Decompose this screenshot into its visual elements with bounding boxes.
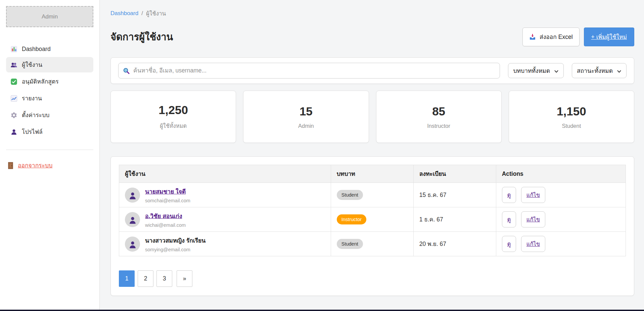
sidebar-item-course-approval[interactable]: อนุมัติหลักสูตร <box>6 74 93 89</box>
sidebar-divider <box>6 150 93 150</box>
role-badge: Student <box>337 190 363 200</box>
user-name-link[interactable]: อ.วิชัย สอนเก่ง <box>145 213 182 219</box>
inbox-tray-icon <box>529 34 536 40</box>
sidebar-item-label: รายงาน <box>22 94 42 103</box>
edit-button[interactable]: แก้ไข <box>521 236 545 252</box>
sidebar-nav: Dashboard ผู้ใช้งาน อนุมัติหลักสูตร รายง… <box>6 43 93 140</box>
view-button[interactable]: ดู <box>502 187 516 203</box>
stat-value: 1,250 <box>158 103 188 117</box>
status-filter-select[interactable]: สถานะทั้งหมด <box>572 63 627 78</box>
door-icon <box>7 162 14 169</box>
users-table: ผู้ใช้งาน บทบาท ลงทะเบียน Actions นา <box>119 165 626 256</box>
sidebar-item-label: โปรไฟล์ <box>22 127 43 137</box>
line-chart-icon <box>10 95 17 102</box>
search-icon <box>123 67 130 74</box>
page-button-next[interactable]: » <box>177 270 192 287</box>
registered-date: 15 ธ.ค. 67 <box>413 183 496 207</box>
chevron-down-icon <box>617 68 622 73</box>
breadcrumb-dashboard-link[interactable]: Dashboard <box>110 10 138 17</box>
logout-label: ออกจากระบบ <box>18 161 52 170</box>
table-row: อ.วิชัย สอนเก่ง wichai@email.com Instruc… <box>119 207 626 232</box>
user-email: wichai@email.com <box>145 222 186 228</box>
sidebar-item-dashboard[interactable]: Dashboard <box>6 43 93 56</box>
bar-chart-icon <box>10 46 17 53</box>
search-wrap <box>118 63 500 79</box>
sidebar-item-reports[interactable]: รายงาน <box>6 91 93 106</box>
stat-label: Student <box>562 123 581 129</box>
role-badge: Student <box>337 239 363 249</box>
person-icon <box>10 128 17 136</box>
stat-value: 15 <box>300 105 313 118</box>
view-button[interactable]: ดู <box>502 236 516 252</box>
column-header-actions: Actions <box>496 165 626 183</box>
stat-card-admin: 15 Admin <box>243 91 369 143</box>
breadcrumb-separator: / <box>141 10 143 17</box>
sidebar-item-label: ตั้งค่าระบบ <box>22 110 49 120</box>
user-name-link[interactable]: นายสมชาย ใจดี <box>145 188 186 195</box>
stat-value: 85 <box>432 105 445 118</box>
stat-card-total-users: 1,250 ผู้ใช้ทั้งหมด <box>110 91 236 143</box>
sidebar-item-label: ผู้ใช้งาน <box>22 60 42 69</box>
column-header-role: บทบาท <box>331 165 413 183</box>
user-cell: นางสาวสมหญิง รักเรียน somying@email.com <box>125 236 325 252</box>
check-icon <box>10 78 17 85</box>
registered-date: 1 ธ.ค. 67 <box>413 207 496 232</box>
stat-label: Admin <box>298 123 314 129</box>
user-email: somying@email.com <box>145 247 205 252</box>
table-header-row: ผู้ใช้งาน บทบาท ลงทะเบียน Actions <box>119 165 626 183</box>
stat-label: Instructor <box>427 123 450 129</box>
page-title: จัดการผู้ใช้งาน <box>110 29 173 45</box>
view-button[interactable]: ดู <box>502 211 516 227</box>
pagination: 1 2 3 » <box>119 270 626 287</box>
admin-logo-label: Admin <box>42 13 58 20</box>
page-button-2[interactable]: 2 <box>138 270 153 287</box>
stat-card-student: 1,150 Student <box>509 91 634 143</box>
search-input[interactable] <box>118 63 500 79</box>
user-email: somchai@email.com <box>145 198 190 203</box>
sidebar-item-settings[interactable]: ตั้งค่าระบบ <box>6 107 93 123</box>
page-button-1[interactable]: 1 <box>119 270 135 287</box>
main-content: Dashboard / ผู้ใช้งาน จัดการผู้ใช้งาน ส่… <box>100 0 644 310</box>
stat-label: ผู้ใช้ทั้งหมด <box>160 121 187 130</box>
filter-bar: บทบาททั้งหมด สถานะทั้งหมด <box>110 57 634 84</box>
stat-card-instructor: 85 Instructor <box>376 91 502 143</box>
page-header: จัดการผู้ใช้งาน ส่งออก Excel + เพิ่มผู้ใ… <box>110 28 634 46</box>
user-name: นางสาวสมหญิง รักเรียน <box>145 237 205 244</box>
avatar <box>125 188 140 203</box>
user-cell: อ.วิชัย สอนเก่ง wichai@email.com <box>125 211 325 228</box>
breadcrumb-current: ผู้ใช้งาน <box>146 9 166 18</box>
stats-row: 1,250 ผู้ใช้ทั้งหมด 15 Admin 85 Instruct… <box>110 91 634 143</box>
export-excel-label: ส่งออก Excel <box>540 32 573 42</box>
role-badge: Instructor <box>337 214 366 224</box>
role-filter-value: บทบาททั้งหมด <box>513 66 550 75</box>
add-user-label: + เพิ่มผู้ใช้ใหม่ <box>591 34 627 40</box>
add-user-button[interactable]: + เพิ่มผู้ใช้ใหม่ <box>584 28 634 46</box>
export-excel-button[interactable]: ส่งออก Excel <box>522 28 580 46</box>
registered-date: 20 พ.ย. 67 <box>413 232 496 256</box>
table-row: นางสาวสมหญิง รักเรียน somying@email.com … <box>119 232 626 256</box>
sidebar-item-users[interactable]: ผู้ใช้งาน <box>6 57 93 72</box>
avatar <box>125 237 140 252</box>
table-row: นายสมชาย ใจดี somchai@email.com Student … <box>119 183 626 207</box>
edit-button[interactable]: แก้ไข <box>521 187 545 203</box>
sidebar-item-profile[interactable]: โปรไฟล์ <box>6 124 93 140</box>
users-icon <box>10 61 17 68</box>
role-filter-select[interactable]: บทบาททั้งหมด <box>508 63 564 78</box>
edit-button[interactable]: แก้ไข <box>521 211 545 227</box>
page-button-3[interactable]: 3 <box>156 270 172 287</box>
admin-logo-placeholder: Admin <box>6 6 93 27</box>
sidebar: Admin Dashboard ผู้ใช้งาน อนุมัติหลักสูต… <box>0 0 100 310</box>
logout-link[interactable]: ออกจากระบบ <box>7 161 52 170</box>
column-header-user: ผู้ใช้งาน <box>119 165 331 183</box>
header-actions: ส่งออก Excel + เพิ่มผู้ใช้ใหม่ <box>522 28 634 46</box>
status-filter-value: สถานะทั้งหมด <box>577 66 613 75</box>
column-header-registered: ลงทะเบียน <box>413 165 496 183</box>
users-table-card: ผู้ใช้งาน บทบาท ลงทะเบียน Actions นา <box>110 156 634 296</box>
stat-value: 1,150 <box>557 105 586 118</box>
sidebar-item-label: อนุมัติหลักสูตร <box>22 77 59 86</box>
chevron-down-icon <box>554 68 559 73</box>
breadcrumb: Dashboard / ผู้ใช้งาน <box>110 9 634 18</box>
user-cell: นายสมชาย ใจดี somchai@email.com <box>125 187 325 203</box>
sidebar-item-label: Dashboard <box>22 46 51 53</box>
gear-icon <box>10 112 17 119</box>
